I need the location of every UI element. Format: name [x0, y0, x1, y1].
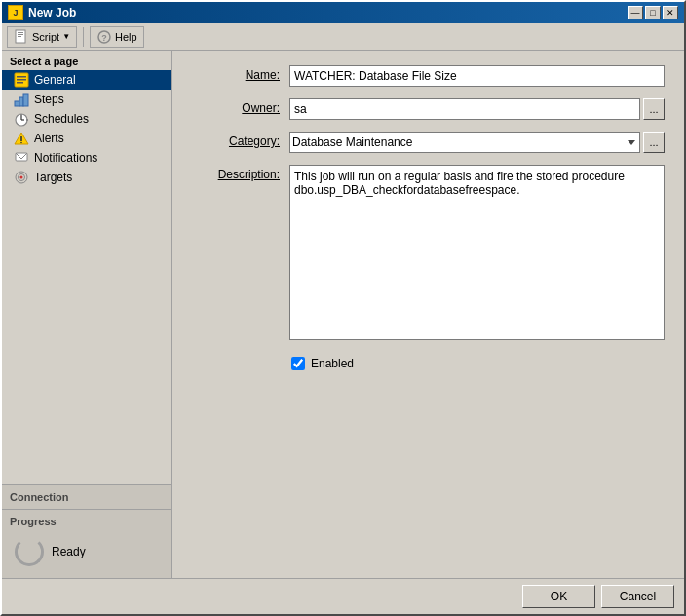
- ok-button[interactable]: OK: [522, 585, 595, 608]
- svg-point-24: [20, 176, 23, 179]
- description-row: Description: This job will run on a regu…: [192, 165, 665, 340]
- sidebar-item-notifications[interactable]: Notifications: [2, 148, 172, 168]
- description-label: Description:: [192, 165, 280, 181]
- title-bar-controls: — □ ✕: [628, 6, 678, 19]
- svg-rect-11: [19, 97, 23, 106]
- sidebar: Select a page General: [2, 51, 172, 578]
- description-textarea[interactable]: This job will run on a regular basis and…: [289, 165, 665, 340]
- window-title: New Job: [28, 6, 76, 19]
- general-icon: [14, 72, 29, 88]
- footer: OK Cancel: [2, 578, 684, 614]
- help-icon: ?: [96, 29, 112, 45]
- sidebar-connection-section: Connection: [2, 484, 172, 509]
- title-bar-left: J New Job: [8, 5, 76, 20]
- sidebar-item-notifications-label: Notifications: [34, 151, 97, 165]
- owner-input[interactable]: [289, 98, 640, 120]
- window-icon: J: [8, 5, 23, 20]
- owner-field-group: ...: [289, 98, 665, 120]
- svg-rect-1: [18, 32, 23, 33]
- select-page-label: Select a page: [2, 51, 172, 70]
- name-row: Name:: [192, 65, 665, 87]
- svg-rect-19: [20, 136, 22, 141]
- minimize-button[interactable]: —: [628, 6, 643, 19]
- enabled-checkbox[interactable]: [291, 357, 305, 370]
- sidebar-item-general[interactable]: General: [2, 70, 172, 90]
- sidebar-item-targets[interactable]: Targets: [2, 168, 172, 187]
- new-job-window: J New Job — □ ✕ Script ▼ ?: [0, 0, 686, 616]
- svg-rect-3: [18, 36, 21, 37]
- toolbar-separator: [83, 27, 84, 47]
- script-icon: [14, 29, 29, 45]
- sidebar-item-alerts-label: Alerts: [34, 132, 64, 145]
- svg-rect-12: [23, 94, 28, 106]
- close-button[interactable]: ✕: [663, 6, 678, 19]
- svg-rect-14: [20, 114, 22, 116]
- enabled-label: Enabled: [311, 357, 354, 370]
- owner-row: Owner: ...: [192, 98, 665, 120]
- sidebar-item-schedules[interactable]: Schedules: [2, 109, 172, 129]
- notifications-icon: [14, 150, 29, 166]
- owner-label: Owner:: [192, 98, 280, 115]
- category-label: Category:: [192, 132, 280, 148]
- name-label: Name:: [192, 65, 280, 82]
- progress-status: Ready: [52, 545, 86, 558]
- svg-rect-2: [18, 34, 23, 35]
- enabled-row: Enabled: [192, 357, 665, 370]
- owner-browse-button[interactable]: ...: [643, 98, 665, 120]
- svg-point-20: [20, 142, 22, 144]
- progress-spinner: [15, 537, 44, 566]
- schedules-icon: [14, 111, 29, 127]
- connection-label: Connection: [10, 489, 164, 505]
- main-content: Select a page General: [2, 51, 684, 578]
- steps-icon: [14, 92, 29, 107]
- svg-rect-15: [26, 119, 28, 121]
- category-field-group: Database Maintenance ...: [289, 132, 665, 153]
- sidebar-item-schedules-label: Schedules: [34, 112, 89, 126]
- title-bar: J New Job — □ ✕: [2, 2, 684, 23]
- category-browse-button[interactable]: ...: [643, 132, 665, 153]
- category-select[interactable]: Database Maintenance: [289, 132, 640, 153]
- sidebar-item-steps[interactable]: Steps: [2, 90, 172, 109]
- sidebar-progress-section: Progress Ready: [2, 509, 172, 578]
- sidebar-item-general-label: General: [34, 73, 76, 87]
- help-button[interactable]: ? Help: [90, 26, 144, 48]
- toolbar: Script ▼ ? Help: [2, 23, 684, 51]
- targets-icon: [14, 170, 29, 185]
- sidebar-item-steps-label: Steps: [34, 93, 64, 106]
- script-button[interactable]: Script ▼: [7, 26, 77, 48]
- sidebar-item-targets-label: Targets: [34, 171, 72, 184]
- progress-label: Progress: [10, 514, 164, 529]
- progress-area: Ready: [10, 529, 164, 574]
- svg-rect-8: [17, 79, 26, 81]
- cancel-button[interactable]: Cancel: [601, 585, 674, 608]
- name-input[interactable]: [289, 65, 665, 87]
- svg-rect-7: [17, 76, 26, 78]
- sidebar-item-alerts[interactable]: Alerts: [2, 129, 172, 148]
- svg-text:?: ?: [101, 33, 107, 43]
- right-panel: Name: Owner: ... Category:: [172, 51, 684, 578]
- maximize-button[interactable]: □: [645, 6, 661, 19]
- svg-rect-9: [17, 82, 23, 84]
- category-row: Category: Database Maintenance ...: [192, 132, 665, 153]
- svg-rect-10: [15, 101, 19, 106]
- alerts-icon: [14, 131, 29, 146]
